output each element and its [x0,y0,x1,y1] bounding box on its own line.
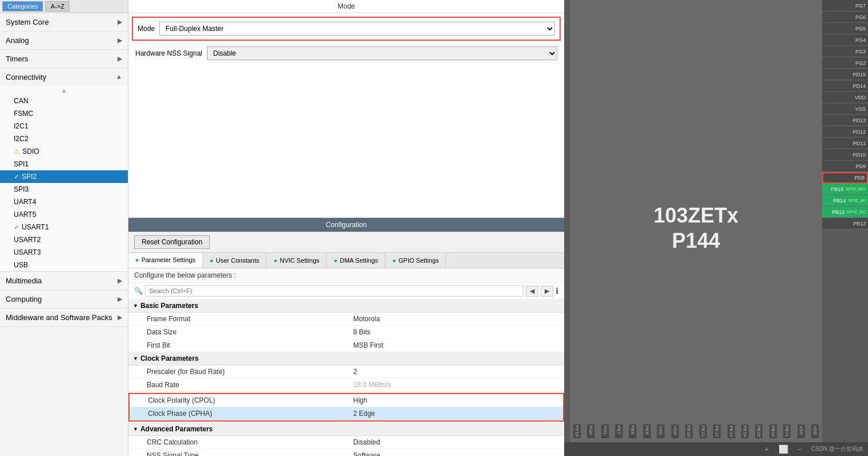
pin-pb14-label: PB14 [833,198,846,204]
pin-pb13-label: PB13 [832,209,844,215]
pin-pb13-func: SPI2_SC [847,209,866,215]
bottom-pin-vss2: VSS [797,424,806,439]
sidebar-group-header-multimedia[interactable]: Multimedia ▶ [0,272,128,290]
usart3-label: USART3 [14,248,41,256]
bottom-pin-pe7: PE7 [615,424,623,439]
param-cpha: Clock Phase (CPHA) 2 Edge [130,407,563,420]
bottom-pin-pe12: PE12 [713,424,721,439]
param-value-first-bit: MSB First [353,341,560,349]
basic-params-group[interactable]: ▼ Basic Parameters [128,299,564,313]
info-icon[interactable]: ℹ [556,286,558,295]
sidebar-group-header-system-core[interactable]: System Core ▶ [0,13,128,31]
bottom-pin-pe11: PE11 [699,424,707,439]
pin-pd10: PD10 [822,149,868,161]
tab-nvic-settings[interactable]: ● NVIC Settings [267,253,327,268]
hw-nss-select[interactable]: Disable Hardware NSS Input Signal Hardwa… [207,46,557,60]
param-name-cpha: Clock Phase (CPHA) [148,410,353,418]
clock-polarity-phase-group: Clock Polarity (CPOL) High Clock Phase (… [128,393,564,422]
param-name-prescaler: Prescaler (for Baud Rate) [147,368,353,376]
sidebar-item-i2c2[interactable]: I2C2 [0,132,128,145]
fit-icon[interactable]: ⬜ [779,445,788,454]
tab-user-constants[interactable]: ● User Constants [203,253,267,268]
sidebar-group-header-analog[interactable]: Analog ▶ [0,32,128,49]
sidebar-item-i2c1[interactable]: I2C1 [0,120,128,132]
param-value-prescaler: 2 [353,368,560,376]
mode-row: Mode Full-Duplex Master Full-Duplex Slav… [138,20,555,37]
search-next-button[interactable]: ▶ [541,286,553,297]
sidebar-tabs: Categories A->Z [0,0,128,13]
sidebar-group-header-timers[interactable]: Timers ▶ [0,50,128,68]
chevron-analog: ▶ [118,37,122,44]
pin-pb15-func: SPI2_MO [846,186,866,192]
tab-nvic-label: NVIC Settings [280,257,319,264]
config-section: Configuration Reset Configuration ● Para… [128,218,564,456]
sidebar-item-usart3[interactable]: USART3 [0,246,128,259]
search-input[interactable] [145,285,523,297]
chip-footer: + ⬜ − CSDN @一介生码农 [564,442,868,456]
usb-label: USB [14,261,28,269]
sidebar-group-header-connectivity[interactable]: Connectivity ▼ [0,68,128,86]
sidebar-item-usart1[interactable]: ✓ USART1 [0,221,128,233]
uart4-label: UART4 [14,198,36,206]
param-value-frame-format: Motorola [353,315,560,323]
param-name-frame-format: Frame Format [147,315,353,323]
tab-categories[interactable]: Categories [2,1,43,11]
clock-params-group[interactable]: ▼ Clock Parameters [128,352,564,365]
sidebar-item-usart2[interactable]: USART2 [0,233,128,246]
connectivity-items: ▲ CAN FSMC I2C1 I2C2 ⚠ SDIO SPI1 ✓ SP [0,86,128,271]
param-data-size: Data Size 8 Bits [128,326,564,339]
mode-label: Mode [138,25,155,33]
warning-icon: ⚠ [14,147,20,155]
mode-select[interactable]: Full-Duplex Master Full-Duplex Slave Hal… [159,22,555,36]
pin-pg6: PG6 [822,11,868,23]
sidebar-item-can[interactable]: CAN [0,95,128,107]
sidebar-item-spi1[interactable]: SPI1 [0,158,128,170]
tab-param-label: Parameter Settings [142,256,196,263]
zoom-out-icon[interactable]: − [797,445,802,454]
tab-dma-settings[interactable]: ● DMA Settings [327,253,385,268]
chevron-computing: ▶ [118,295,122,303]
advanced-params-label: Advanced Parameters [140,425,213,433]
search-prev-button[interactable]: ◀ [526,286,538,297]
sidebar-group-header-middleware[interactable]: Middleware and Software Packs ▶ [0,309,128,326]
sidebar-group-analog: Analog ▶ [0,32,128,50]
check-icon-params: ● [135,256,139,263]
chevron-multimedia: ▶ [118,277,122,284]
tab-gpio-settings[interactable]: ● GPIO Settings [385,253,446,268]
config-header: Configuration [128,218,564,232]
zoom-in-icon[interactable]: + [764,445,769,454]
triangle-clock: ▼ [133,356,138,361]
advanced-params-group[interactable]: ▼ Advanced Parameters [128,423,564,436]
sidebar-item-spi3[interactable]: SPI3 [0,183,128,196]
pin-pb14-func: SPI2_MI [848,198,866,203]
sidebar-item-uart5[interactable]: UART5 [0,208,128,221]
hw-nss-row: Hardware NSS Signal Disable Hardware NSS… [128,44,564,63]
param-name-cpol: Clock Polarity (CPOL) [148,396,353,404]
sidebar-item-spi2[interactable]: ✓ SPI2 [0,170,128,183]
spi3-label: SPI3 [14,185,29,193]
bottom-pin-pb10: PB10 [769,424,777,439]
tab-az[interactable]: A->Z [45,1,69,11]
sidebar-group-label-multimedia: Multimedia [6,276,42,285]
bottom-pins: PF15 PG0 PG1 PE7 PE8 PE9 VSS VDD PE10 PE… [570,424,822,439]
bottom-pin-vdd2: VDD [811,424,819,439]
chevron-connectivity: ▼ [116,74,122,81]
pin-pd8: PD8 [822,172,868,184]
pin-vdd: VDD [822,92,868,103]
sidebar-item-sdio[interactable]: ⚠ SDIO [0,145,128,158]
tab-parameter-settings[interactable]: ● Parameter Settings [128,253,203,268]
triangle-advanced: ▼ [133,426,138,432]
sidebar-group-label-computing: Computing [6,295,42,303]
sidebar-group-label-timers: Timers [6,54,28,63]
sidebar-item-usb[interactable]: USB [0,259,128,271]
param-name-first-bit: First Bit [147,341,353,349]
param-nss-signal: NSS Signal Type Software [128,449,564,456]
tab-user-label: User Constants [216,257,259,264]
sidebar-group-header-computing[interactable]: Computing ▶ [0,290,128,308]
sidebar-item-uart4[interactable]: UART4 [0,196,128,208]
sidebar-item-fsmc[interactable]: FSMC [0,107,128,120]
reset-config-button[interactable]: Reset Configuration [134,235,210,249]
scroll-indicator: ▲ [0,86,128,95]
pin-pd13: PD13 [822,115,868,126]
pin-pd11: PD11 [822,138,868,149]
